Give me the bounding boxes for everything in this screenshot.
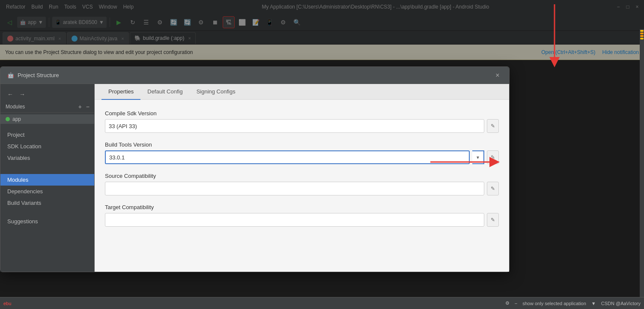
build-tools-section: Build Tools Version ▼ ✎	[105, 141, 499, 164]
compile-sdk-label: Compile Sdk Version	[105, 110, 499, 117]
tab-default-config[interactable]: Default Config	[140, 84, 189, 100]
target-compat-label: Target Compatibility	[105, 204, 499, 210]
android-dialog-icon: 🤖	[7, 72, 14, 78]
sidebar-menu: Project SDK Location Variables	[0, 126, 94, 167]
dialog-sidebar: ← → Modules + − app	[0, 84, 95, 272]
csdn-watermark: CSDN @AaVictory	[601, 301, 641, 306]
sidebar-item-dependencies[interactable]: Dependencies	[0, 186, 94, 197]
dialog-tabs: Properties Default Config Signing Config…	[95, 84, 509, 100]
modules-list: app	[0, 113, 94, 126]
dialog-body: ← → Modules + − app	[0, 84, 509, 272]
modules-actions: + −	[77, 103, 91, 111]
sidebar-item-project[interactable]: Project	[0, 129, 94, 141]
compile-sdk-row: 33 (API 33) ✎	[105, 119, 499, 133]
build-tools-row: ▼ ✎	[105, 150, 499, 164]
dialog-close-button[interactable]: ×	[493, 71, 502, 80]
target-compat-row: ✎	[105, 213, 499, 227]
sidebar-gap-2	[0, 209, 94, 216]
dialog-main: Properties Default Config Signing Config…	[95, 84, 509, 272]
source-compat-edit-btn[interactable]: ✎	[487, 182, 499, 195]
scroll-mark-3	[640, 35, 644, 37]
show-selected-text: show only selected application	[522, 301, 586, 306]
scroll-mark-4	[640, 38, 644, 39]
sidebar-item-sdk-location[interactable]: SDK Location	[0, 141, 94, 152]
remove-module-button[interactable]: −	[85, 103, 91, 111]
sidebar-gap	[0, 167, 94, 174]
source-compat-row: ✎	[105, 182, 499, 195]
target-compat-select[interactable]	[105, 213, 484, 227]
modules-label: Modules	[6, 104, 25, 110]
source-compat-label: Source Compatibility	[105, 173, 499, 179]
sidebar-item-variables[interactable]: Variables	[0, 152, 94, 164]
build-tools-dropdown-btn[interactable]: ▼	[472, 150, 484, 164]
back-button[interactable]: ←	[6, 90, 15, 99]
dialog-title-bar: 🤖 Project Structure ×	[0, 67, 509, 84]
chevron-down-status[interactable]: ▼	[591, 301, 596, 306]
gear-icon-status[interactable]: ⚙	[505, 300, 510, 306]
target-compat-edit-btn[interactable]: ✎	[487, 213, 499, 227]
forward-button[interactable]: →	[18, 90, 27, 99]
sidebar-nav: ← →	[0, 87, 94, 101]
module-name: app	[12, 116, 21, 122]
add-module-button[interactable]: +	[77, 103, 83, 111]
module-app[interactable]: app	[0, 114, 94, 124]
build-tools-label: Build Tools Version	[105, 141, 499, 148]
sidebar-item-build-variants[interactable]: Build Variants	[0, 197, 94, 209]
modal-overlay: 🤖 Project Structure × ← → Modules +	[0, 0, 644, 309]
status-left: ebu	[3, 301, 11, 306]
compile-sdk-select[interactable]: 33 (API 33)	[105, 119, 484, 133]
minus-icon-status[interactable]: −	[515, 301, 517, 306]
tab-signing-configs[interactable]: Signing Configs	[190, 84, 242, 100]
dialog-title-text: Project Structure	[18, 72, 59, 78]
compile-sdk-section: Compile Sdk Version 33 (API 33) ✎	[105, 110, 499, 133]
status-left-text: ebu	[3, 301, 11, 306]
source-compat-section: Source Compatibility ✎	[105, 173, 499, 195]
scroll-mark-2	[640, 33, 644, 34]
dialog-title: 🤖 Project Structure	[7, 72, 59, 78]
right-scrollbar	[640, 29, 644, 297]
sidebar-item-modules[interactable]: Modules	[0, 174, 94, 186]
status-bar: ebu ⚙ − show only selected application ▼…	[0, 297, 644, 309]
project-structure-dialog: 🤖 Project Structure × ← → Modules +	[0, 66, 510, 272]
build-tools-input[interactable]	[105, 150, 470, 164]
scroll-mark-1	[640, 30, 644, 32]
status-right: ⚙ − show only selected application ▼ CSD…	[505, 300, 641, 306]
build-tools-edit-btn[interactable]: ✎	[487, 150, 499, 164]
source-compat-select[interactable]	[105, 182, 484, 195]
dialog-content: Compile Sdk Version 33 (API 33) ✎ Build …	[95, 100, 509, 272]
tab-properties[interactable]: Properties	[101, 84, 140, 100]
target-compat-section: Target Compatibility ✎	[105, 204, 499, 227]
sidebar-item-suggestions[interactable]: Suggestions	[0, 216, 94, 227]
modules-header: Modules + −	[0, 101, 94, 113]
compile-sdk-edit-btn[interactable]: ✎	[487, 119, 499, 133]
module-icon	[6, 117, 10, 121]
